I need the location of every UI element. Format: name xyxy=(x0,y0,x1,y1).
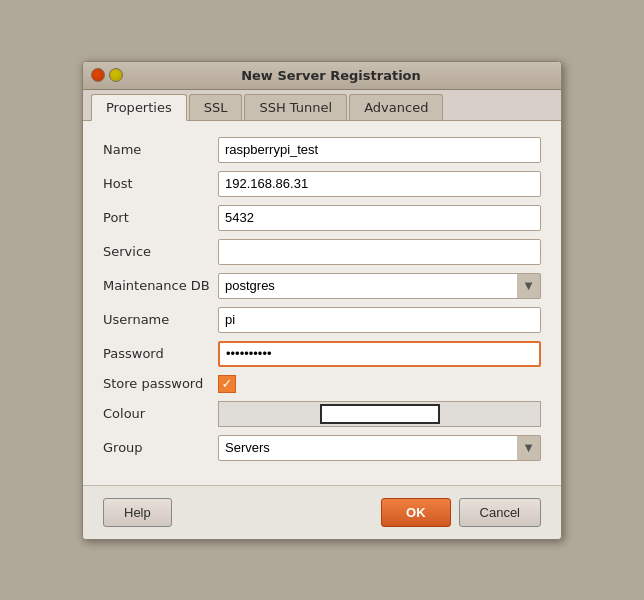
name-input[interactable] xyxy=(218,137,541,163)
store-password-row: Store password xyxy=(103,375,541,393)
username-label: Username xyxy=(103,312,218,327)
maintenance-db-wrapper: postgres ▼ xyxy=(218,273,541,299)
ok-button[interactable]: OK xyxy=(381,498,451,527)
footer: Help OK Cancel xyxy=(83,485,561,539)
service-label: Service xyxy=(103,244,218,259)
port-row: Port xyxy=(103,205,541,231)
tab-bar: Properties SSL SSH Tunnel Advanced xyxy=(83,90,561,121)
tab-properties[interactable]: Properties xyxy=(91,94,187,121)
username-input[interactable] xyxy=(218,307,541,333)
colour-picker[interactable] xyxy=(218,401,541,427)
window-title: New Server Registration xyxy=(129,68,533,83)
host-input[interactable] xyxy=(218,171,541,197)
group-wrapper: Servers ▼ xyxy=(218,435,541,461)
service-row: Service xyxy=(103,239,541,265)
password-label: Password xyxy=(103,346,218,361)
host-label: Host xyxy=(103,176,218,191)
password-input[interactable] xyxy=(218,341,541,367)
name-label: Name xyxy=(103,142,218,157)
group-select[interactable]: Servers xyxy=(218,435,541,461)
maintenance-db-row: Maintenance DB postgres ▼ xyxy=(103,273,541,299)
colour-swatch[interactable] xyxy=(320,404,440,424)
form-content: Name Host Port Service Maintenance DB po… xyxy=(83,121,561,485)
store-password-checkbox[interactable] xyxy=(218,375,236,393)
tab-advanced[interactable]: Advanced xyxy=(349,94,443,120)
cancel-button[interactable]: Cancel xyxy=(459,498,541,527)
titlebar: New Server Registration xyxy=(83,62,561,90)
port-label: Port xyxy=(103,210,218,225)
minimize-button[interactable] xyxy=(109,68,123,82)
name-row: Name xyxy=(103,137,541,163)
group-label: Group xyxy=(103,440,218,455)
password-row: Password xyxy=(103,341,541,367)
maintenance-db-label: Maintenance DB xyxy=(103,278,218,293)
window: New Server Registration Properties SSL S… xyxy=(82,61,562,540)
tab-ssl[interactable]: SSL xyxy=(189,94,243,120)
colour-label: Colour xyxy=(103,406,218,421)
store-password-checkbox-wrapper xyxy=(218,375,236,393)
footer-right: OK Cancel xyxy=(381,498,541,527)
host-row: Host xyxy=(103,171,541,197)
group-row: Group Servers ▼ xyxy=(103,435,541,461)
port-input[interactable] xyxy=(218,205,541,231)
service-input[interactable] xyxy=(218,239,541,265)
help-button[interactable]: Help xyxy=(103,498,172,527)
username-row: Username xyxy=(103,307,541,333)
colour-row: Colour xyxy=(103,401,541,427)
store-password-label: Store password xyxy=(103,376,218,391)
tab-ssh-tunnel[interactable]: SSH Tunnel xyxy=(244,94,347,120)
close-button[interactable] xyxy=(91,68,105,82)
maintenance-db-select[interactable]: postgres xyxy=(218,273,541,299)
titlebar-buttons xyxy=(91,68,123,82)
